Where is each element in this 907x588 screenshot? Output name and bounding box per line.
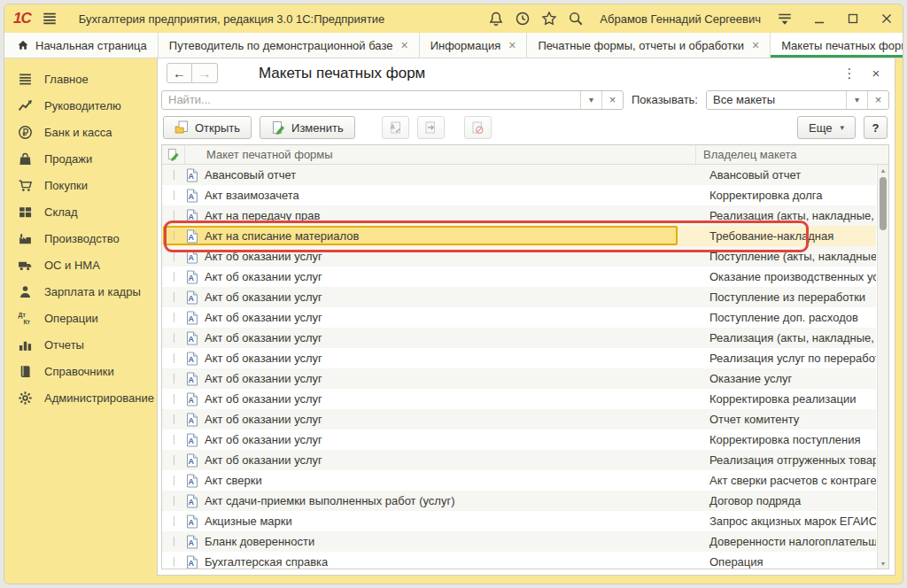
notifications-bell-icon[interactable] xyxy=(488,11,504,27)
sidebar-item[interactable]: Склад xyxy=(4,198,157,225)
scroll-down-icon[interactable]: ▼ xyxy=(878,558,888,569)
layout-owner: Поступление (акты, накладные, УПД) xyxy=(702,250,876,263)
layout-name: Акт об оказании услуг xyxy=(198,352,702,365)
scrollbar-thumb[interactable] xyxy=(880,177,887,230)
tab[interactable]: Макеты печатных форм × xyxy=(771,33,903,58)
sidebar-item[interactable]: Руководителю xyxy=(4,92,157,119)
table-row[interactable]: Акт об оказании услуг Реализация услуг п… xyxy=(162,348,876,368)
layout-owner: Реализация отгруженных товаров xyxy=(702,453,876,467)
open-button[interactable]: Открыть xyxy=(163,116,252,139)
help-button[interactable]: ? xyxy=(864,116,888,139)
table-row[interactable]: Акт об оказании услуг Отчет комитенту xyxy=(162,409,876,429)
tree-tick xyxy=(162,496,185,506)
table-row[interactable]: Акт сверки Акт сверки расчетов с контраг… xyxy=(162,470,876,491)
table-row[interactable]: Акт об оказании услуг Реализация отгруже… xyxy=(162,450,876,470)
sidebar-item-label: ОС и НМА xyxy=(44,259,100,272)
sidebar-item-label: Справочники xyxy=(44,365,114,378)
combo-clear-button[interactable]: × xyxy=(867,91,888,109)
table-row[interactable]: Акт об оказании услуг Оказание производс… xyxy=(162,267,876,287)
table-row[interactable]: Акт об оказании услуг Корректировка пост… xyxy=(162,429,876,450)
layout-doc-icon xyxy=(185,474,198,488)
main-menu-icon[interactable] xyxy=(42,11,58,27)
tab-close-icon[interactable]: × xyxy=(752,39,759,51)
layout-doc-icon xyxy=(185,453,198,468)
search-box: ▾ × xyxy=(161,90,624,110)
kebab-menu-icon[interactable]: ⋮ xyxy=(840,66,859,81)
back-button[interactable]: ← xyxy=(167,63,192,83)
sidebar-item[interactable]: Администрирование xyxy=(4,384,157,411)
sidebar-item[interactable]: Банк и касса xyxy=(4,119,157,145)
edit-button[interactable]: Изменить xyxy=(260,116,355,139)
table-row[interactable]: Акт об оказании услуг Корректировка реал… xyxy=(162,389,876,409)
tab[interactable]: Информация × xyxy=(420,33,528,58)
search-input[interactable] xyxy=(162,91,580,109)
tab[interactable]: Путеводитель по демонстрационной базе × xyxy=(159,33,420,58)
tree-tick xyxy=(162,435,185,445)
edit-flag-column-icon[interactable] xyxy=(162,145,185,164)
service-menu-icon[interactable] xyxy=(777,11,793,27)
more-button[interactable]: Еще ▾ xyxy=(797,116,856,139)
sidebar-item[interactable]: Отчеты xyxy=(4,331,157,358)
tab-close-icon[interactable]: × xyxy=(508,39,516,51)
current-user[interactable]: Абрамов Геннадий Сергеевич xyxy=(600,12,761,26)
tab-close-icon[interactable]: × xyxy=(400,39,407,51)
vertical-scrollbar[interactable]: ▲ ▼ xyxy=(877,165,888,569)
sidebar-item[interactable]: Продажи xyxy=(4,145,157,172)
sidebar-item[interactable]: Главное xyxy=(4,66,157,92)
layout-name: Акт об оказании услуг xyxy=(198,372,702,385)
table-row[interactable]: Бухгалтерская справка Операция xyxy=(162,552,876,569)
layout-owner: Поступление доп. расходов xyxy=(702,311,876,324)
layout-name: Бухгалтерская справка xyxy=(198,555,702,569)
layout-owner: Оказание услуг xyxy=(702,372,876,385)
sidebar-item[interactable]: Операции xyxy=(4,305,157,331)
table-row[interactable]: Акт взаимозачета Корректировка долга xyxy=(162,185,876,205)
sidebar-item[interactable]: ОС и НМА xyxy=(4,251,157,278)
sidebar-item[interactable]: Зарплата и кадры xyxy=(4,278,157,305)
load-template-button[interactable] xyxy=(382,116,409,139)
search-clear-button[interactable]: × xyxy=(601,91,623,109)
sidebar-item[interactable]: Производство xyxy=(4,225,157,251)
table-row[interactable]: Акт сдачи-приемки выполненных работ (усл… xyxy=(162,491,876,511)
layout-name: Акт об оказании услуг xyxy=(198,392,702,406)
tab[interactable]: Печатные формы, отчеты и обработки × xyxy=(527,33,771,58)
column-header-owner[interactable]: Владелец макета xyxy=(695,145,876,164)
save-template-button[interactable] xyxy=(417,116,445,139)
layout-doc-icon xyxy=(185,372,198,386)
search-dropdown-button[interactable]: ▾ xyxy=(580,91,601,109)
column-header-template[interactable]: Макет печатной формы xyxy=(185,148,695,161)
scroll-up-icon[interactable]: ▲ xyxy=(878,165,888,175)
table-row[interactable]: Акт об оказании услуг Оказание услуг xyxy=(162,368,876,389)
show-filter-value: Все макеты xyxy=(707,91,846,109)
table-row[interactable]: Акт на передачу прав Реализация (акты, н… xyxy=(162,205,876,226)
show-filter-combobox[interactable]: Все макеты ▾ × xyxy=(706,90,889,110)
table-row[interactable]: Акт на списание материалов Требование-на… xyxy=(162,226,876,246)
sidebar-item-label: Операции xyxy=(44,312,98,325)
layout-name: Акт об оказании услуг xyxy=(198,433,702,446)
table-row[interactable]: Акт об оказании услуг Поступление из пер… xyxy=(162,287,876,307)
tree-tick xyxy=(162,374,185,383)
global-search-icon[interactable] xyxy=(568,11,584,27)
table-row[interactable]: Акт об оказании услуг Поступление (акты,… xyxy=(162,246,876,267)
close-icon[interactable] xyxy=(880,12,894,26)
favorites-star-icon[interactable] xyxy=(541,11,557,27)
sidebar-item[interactable]: Справочники xyxy=(4,358,157,384)
combo-dropdown-button[interactable]: ▾ xyxy=(846,91,867,109)
trend-icon xyxy=(18,98,33,113)
table-row[interactable]: Бланк доверенности Доверенности налогопл… xyxy=(162,531,876,552)
panel-close-icon[interactable]: × xyxy=(866,66,886,81)
layout-doc-icon xyxy=(185,331,198,345)
table-row[interactable]: Акцизные марки Запрос акцизных марок ЕГА… xyxy=(162,511,876,531)
maximize-icon[interactable] xyxy=(846,12,860,26)
tab[interactable]: Начальная страница xyxy=(6,33,159,58)
history-icon[interactable] xyxy=(515,11,531,27)
table-row[interactable]: Акт об оказании услуг Реализация (акты, … xyxy=(162,328,876,348)
layout-owner: Реализация (акты, накладные, УПД) xyxy=(702,209,876,222)
table-row[interactable]: Акт об оказании услуг Поступление доп. р… xyxy=(162,307,876,328)
minimize-icon[interactable] xyxy=(812,12,826,26)
forward-button[interactable]: → xyxy=(192,63,218,83)
table-row[interactable]: Авансовый отчет Авансовый отчет xyxy=(162,165,876,185)
title-bar: 1С Бухгалтерия предприятия, редакция 3.0… xyxy=(4,4,903,33)
sidebar-item[interactable]: Покупки xyxy=(4,172,157,198)
page-title: Макеты печатных форм xyxy=(259,65,425,82)
reset-template-button[interactable] xyxy=(464,116,492,139)
